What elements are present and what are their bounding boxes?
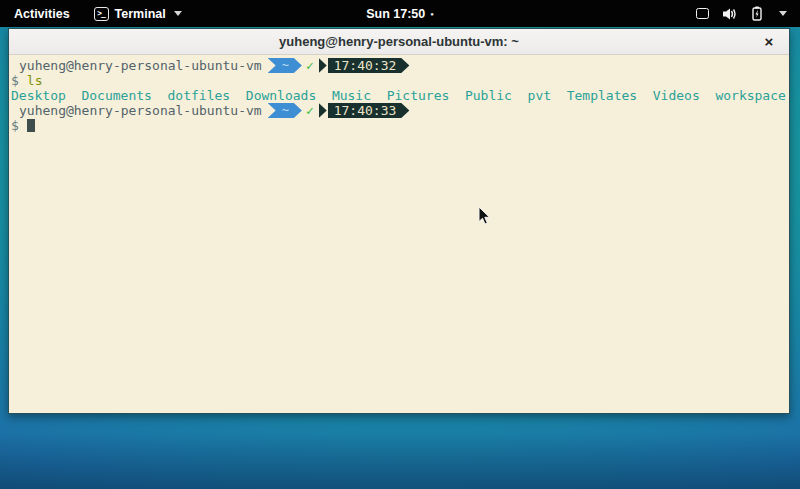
prompt-time-segment: 17:40:32 <box>328 58 410 73</box>
mouse-cursor <box>478 206 492 226</box>
text-cursor <box>27 119 35 132</box>
top-bar: Activities >_ Terminal Sun 17:50 ● <box>0 0 800 27</box>
command-line: $ ls <box>11 73 787 88</box>
chevron-down-icon <box>779 11 787 16</box>
terminal-screen[interactable]: yuheng@henry-personal-ubuntu-vm ~ ✓ 17:4… <box>9 55 789 413</box>
volume-icon <box>722 7 737 21</box>
battery-charging-icon <box>750 6 764 21</box>
status-check-icon: ✓ <box>306 58 314 73</box>
notification-dot-icon: ● <box>430 11 434 17</box>
prompt-cwd-segment: ~ <box>268 103 302 118</box>
status-check-icon: ✓ <box>306 103 314 118</box>
powerline-arrow-icon <box>319 103 327 118</box>
prompt-line: yuheng@henry-personal-ubuntu-vm ~ ✓ 17:4… <box>11 58 787 73</box>
prompt-cwd-segment: ~ <box>268 58 302 73</box>
prompt-user-host: yuheng@henry-personal-ubuntu-vm <box>11 103 262 118</box>
directory-listing: Desktop Documents dotfiles Downloads Mus… <box>11 88 786 103</box>
input-line: $ <box>11 118 787 133</box>
activities-button[interactable]: Activities <box>0 0 84 27</box>
close-button[interactable]: × <box>757 29 781 54</box>
typed-command: ls <box>27 73 43 88</box>
terminal-icon: >_ <box>94 7 109 21</box>
window-titlebar[interactable]: yuheng@henry-personal-ubuntu-vm: ~ × <box>9 29 789 55</box>
prompt-line: yuheng@henry-personal-ubuntu-vm ~ ✓ 17:4… <box>11 103 787 118</box>
prompt-user-host: yuheng@henry-personal-ubuntu-vm <box>11 58 262 73</box>
ls-output-line: Desktop Documents dotfiles Downloads Mus… <box>11 88 787 103</box>
prompt-symbol: $ <box>11 118 19 133</box>
prompt-time-segment: 17:40:33 <box>328 103 410 118</box>
system-status-area[interactable] <box>683 0 800 27</box>
prompt-symbol: $ <box>11 73 19 88</box>
clock-label: Sun 17:50 <box>366 7 425 21</box>
app-menu-label: Terminal <box>115 7 166 21</box>
screen-icon <box>696 8 709 19</box>
terminal-window: yuheng@henry-personal-ubuntu-vm: ~ × yuh… <box>8 28 790 414</box>
chevron-down-icon <box>174 11 182 16</box>
powerline-arrow-icon <box>319 58 327 73</box>
app-menu-terminal[interactable]: >_ Terminal <box>84 0 192 27</box>
window-title: yuheng@henry-personal-ubuntu-vm: ~ <box>279 34 519 49</box>
